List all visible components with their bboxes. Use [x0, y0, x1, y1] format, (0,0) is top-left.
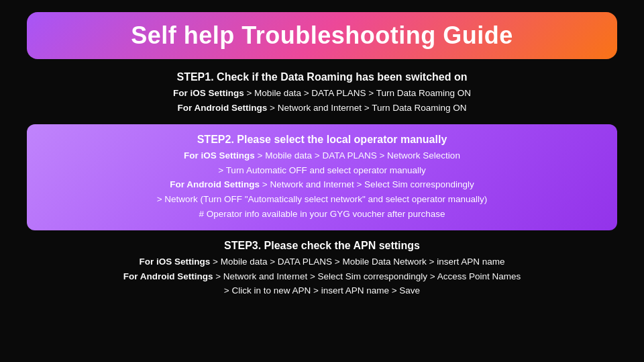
step3-android-label: For Android Settings [123, 271, 213, 281]
step1-section: STEP1. Check if the Data Roaming has bee… [27, 71, 617, 115]
step3-line1: For iOS Settings > Mobile data > DATA PL… [27, 255, 617, 269]
step1-android-label: For Android Settings [178, 103, 268, 113]
step3-line3: > Click in to new APN > insert APN name … [27, 283, 617, 298]
step1-title: STEP1. Check if the Data Roaming has bee… [27, 71, 617, 83]
step1-ios-label: For iOS Settings [173, 88, 244, 98]
step2-section: STEP2. Please select the local operator … [27, 124, 617, 230]
step2-line3: For Android Settings > Network and Inter… [47, 177, 597, 192]
step2-android-rest: > Network and Internet > Select Sim corr… [260, 179, 474, 189]
step3-ios-rest: > Mobile data > DATA PLANS > Mobile Data… [210, 257, 504, 267]
step1-android-rest: > Network and Internet > Turn Data Roami… [267, 103, 466, 113]
step3-ios-label: For iOS Settings [140, 257, 211, 267]
step2-line1: For iOS Settings > Mobile data > DATA PL… [47, 148, 597, 163]
step2-line2: > Turn Automatic OFF and select operator… [47, 163, 597, 178]
step3-section: STEP3. Please check the APN settings For… [27, 240, 617, 298]
step2-ios-rest: > Mobile data > DATA PLANS > Network Sel… [255, 150, 460, 161]
step1-line1: For iOS Settings > Mobile data > DATA PL… [27, 86, 617, 101]
title-banner: Self help Troubleshooting Guide [27, 12, 617, 59]
step2-android-label: For Android Settings [170, 179, 260, 189]
step2-ios-label: For iOS Settings [184, 150, 255, 161]
step1-line2: For Android Settings > Network and Inter… [27, 101, 617, 116]
page-title: Self help Troubleshooting Guide [131, 21, 513, 49]
step2-line4: > Network (Turn OFF "Automatically selec… [47, 192, 597, 207]
step2-line5: # Operator info available in your GYG vo… [47, 207, 597, 222]
step3-title: STEP3. Please check the APN settings [27, 240, 617, 252]
step3-line2: For Android Settings > Network and Inter… [27, 269, 617, 284]
step1-ios-rest: > Mobile data > DATA PLANS > Turn Data R… [244, 88, 471, 98]
step3-android-rest: > Network and Internet > Select Sim corr… [213, 271, 521, 281]
step2-title: STEP2. Please select the local operator … [47, 134, 597, 146]
